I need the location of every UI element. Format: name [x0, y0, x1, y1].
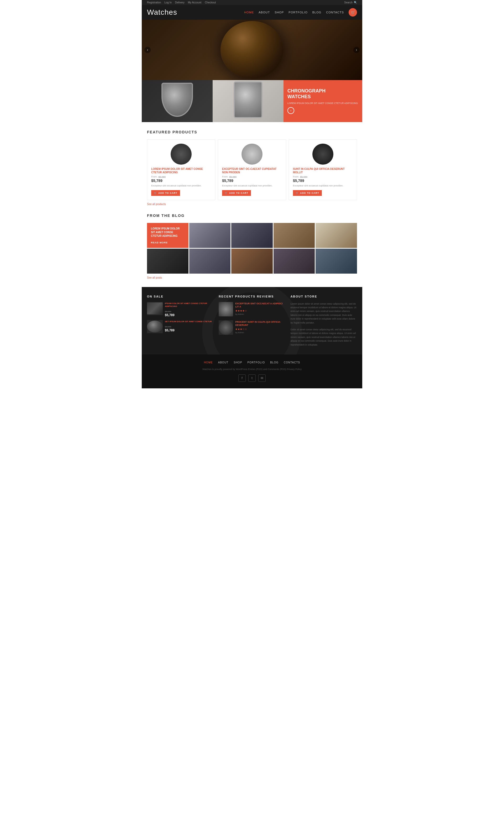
- on-sale-old-price-2: $5,989: [165, 326, 171, 328]
- blog-read-more-link[interactable]: READ MORE: [151, 241, 185, 244]
- blog-image-6: [189, 249, 231, 273]
- promo-watch-2: [234, 81, 262, 118]
- search-label: Search: [344, 1, 353, 4]
- add-to-cart-button-3[interactable]: 🛒 ADD TO CART: [293, 190, 322, 196]
- on-sale-box-2: [147, 321, 163, 332]
- on-sale-item-2: SET IPSUM DOLOR SIT AMET CONSE CTETUR $5…: [147, 320, 213, 333]
- product-from-label-3: From:: [293, 176, 299, 178]
- on-sale-box-1: [147, 303, 163, 314]
- product-desc-1: Excepteur sint occaecat cupidatat non pr…: [151, 184, 211, 187]
- nav-about[interactable]: ABOUT: [258, 11, 270, 14]
- see-all-posts-link[interactable]: See all posts: [147, 276, 357, 279]
- nav-home[interactable]: HOME: [244, 11, 254, 14]
- main-nav: HOME ABOUT SHOP PORTFOLIO BLOG CONTACTS …: [244, 8, 357, 17]
- nav-portfolio[interactable]: PORTFOLIO: [289, 11, 308, 14]
- product-watch-1: [171, 144, 192, 165]
- add-to-cart-label-3: ADD TO CART: [300, 192, 319, 194]
- product-image-2: [222, 144, 282, 165]
- product-price-old-3: $5,989: [300, 176, 308, 178]
- see-all-products-link[interactable]: See all products: [147, 203, 357, 206]
- cart-icon-1: 🛒: [154, 192, 157, 194]
- review-image-2: [219, 320, 233, 335]
- add-to-cart-button-2[interactable]: 🛒 ADD TO CART: [222, 190, 251, 196]
- cart-button[interactable]: 🛒: [349, 8, 357, 17]
- on-sale-name-1: IPSUM COLOR SIT AMET CONSE CTETUR ADIPIS…: [165, 302, 213, 308]
- site-logo: Watches: [147, 8, 177, 17]
- review-name-2: PROCENT SUNT IN CULPA QUI OFFICIA DESERU…: [235, 320, 285, 327]
- footer-nav-contacts[interactable]: CONTACTS: [284, 361, 300, 364]
- social-rss-button[interactable]: ✉: [258, 374, 266, 382]
- chronograph-title: CHRONOGRAPH WATCHES: [288, 88, 358, 100]
- add-to-cart-button-1[interactable]: 🛒 ADD TO CART: [151, 190, 180, 196]
- footer-nav-about[interactable]: ABOUT: [218, 361, 228, 364]
- footer-bottom-nav: HOME ABOUT SHOP PORTFOLIO BLOG CONTACTS: [147, 361, 357, 364]
- nav-contacts[interactable]: CONTACTS: [326, 11, 344, 14]
- promo-cell-3: CHRONOGRAPH WATCHES LOREM IPSUM DOLOR SI…: [284, 80, 362, 122]
- hero-watch-visual: [220, 21, 284, 79]
- header: Watches HOME ABOUT SHOP PORTFOLIO BLOG C…: [142, 5, 362, 20]
- top-bar-delivery[interactable]: Delivery: [175, 1, 185, 4]
- top-bar-checkout[interactable]: Checkout: [205, 1, 216, 4]
- product-price-2: $5,789: [222, 179, 282, 183]
- blog-post-title: LOREM IPSUM DOLOR SIT AMET CONSE CTETUR …: [151, 227, 185, 238]
- products-grid: LOREM IPSUM DOLOR SIT AMET CONSE CTETUR …: [147, 139, 357, 200]
- footer-nav-home[interactable]: HOME: [204, 361, 213, 364]
- footer-nav-portfolio[interactable]: PORTFOLIO: [248, 361, 265, 364]
- nav-blog[interactable]: BLOG: [312, 11, 321, 14]
- footer-copyright: Watches is proudly powered by WordPress …: [147, 368, 357, 370]
- on-sale-info-2: SET IPSUM DOLOR SIT AMET CONSE CTETUR $5…: [165, 320, 213, 333]
- top-bar-login[interactable]: Log In: [164, 1, 172, 4]
- chronograph-arrow[interactable]: ›: [288, 107, 294, 114]
- blog-grid: LOREM IPSUM DOLOR SIT AMET CONSE CTETUR …: [147, 223, 357, 273]
- blog-image-5: [147, 249, 188, 273]
- promo-cell-2: [213, 80, 284, 122]
- promo-grid: CHRONOGRAPH WATCHES LOREM IPSUM DOLOR SI…: [142, 80, 362, 122]
- footer-nav-blog[interactable]: BLOG: [270, 361, 278, 364]
- footer-bottom: HOME ABOUT SHOP PORTFOLIO BLOG CONTACTS …: [142, 354, 362, 388]
- product-card-1: LOREM IPSUM DOLOR SIT AMET CONSE CTETUR …: [147, 139, 215, 200]
- footer-nav-shop[interactable]: SHOP: [234, 361, 242, 364]
- hero-image: [142, 20, 362, 80]
- review-watch-1: [219, 302, 233, 317]
- cart-icon-3: 🛒: [296, 192, 299, 194]
- social-links: f t ✉: [147, 374, 357, 382]
- hero-next-button[interactable]: ›: [353, 47, 360, 53]
- on-sale-price-1: $5,789: [165, 313, 213, 317]
- review-watch-2: [219, 320, 233, 335]
- product-image-3: [293, 144, 353, 165]
- blog-featured-post: LOREM IPSUM DOLOR SIT AMET CONSE CTETUR …: [147, 223, 188, 248]
- nav-shop[interactable]: SHOP: [275, 11, 284, 14]
- cart-icon-2: 🛒: [225, 192, 228, 194]
- on-sale-image-2: [147, 320, 163, 333]
- review-by-2: by Admin: [235, 331, 285, 334]
- top-bar-myaccount[interactable]: My Account: [188, 1, 202, 4]
- search-icon[interactable]: 🔍: [354, 1, 357, 4]
- featured-products-section: FEATURED PRODUCTS LOREM IPSUM DOLOR SIT …: [142, 122, 362, 213]
- about-text-2: Dolor sit amet conse ctetur adipiscing e…: [291, 328, 357, 347]
- footer-top: ON SALE IPSUM COLOR SIT AMET CONSE CTETU…: [142, 287, 362, 354]
- top-bar: Registration Log In Delivery My Account …: [142, 0, 362, 5]
- featured-products-title: FEATURED PRODUCTS: [147, 130, 357, 134]
- blog-image-9: [316, 249, 357, 273]
- social-twitter-button[interactable]: t: [248, 374, 256, 382]
- about-text-1: Lorem ipsum dolor sit amet conse ctetur …: [291, 302, 357, 325]
- product-price-old-1: $5,989: [159, 176, 166, 178]
- product-watch-2: [241, 144, 262, 165]
- social-facebook-button[interactable]: f: [238, 374, 246, 382]
- promo-watch-1: [162, 83, 193, 117]
- product-price-3: $5,789: [293, 179, 353, 183]
- top-bar-registration[interactable]: Registration: [147, 1, 161, 4]
- review-info-2: PROCENT SUNT IN CULPA QUI OFFICIA DESERU…: [235, 320, 285, 335]
- review-by-1: by Admin: [235, 313, 285, 315]
- on-sale-item-1: IPSUM COLOR SIT AMET CONSE CTETUR ADIPIS…: [147, 302, 213, 317]
- review-item-1: EXCEPTEUR SINT OCCAECAT A ADIPISCI LIT A…: [219, 302, 285, 317]
- blog-image-8: [274, 249, 315, 273]
- review-stars-2: ★★★☆☆: [235, 328, 285, 331]
- blog-image-4: [316, 223, 357, 248]
- blog-image-1: [189, 223, 231, 248]
- product-price-old-2: $5,989: [229, 176, 237, 178]
- add-to-cart-label-2: ADD TO CART: [229, 192, 248, 194]
- product-from-label-1: From:: [151, 176, 158, 178]
- blog-section-title: FROM THE BLOG: [147, 213, 357, 218]
- hero-prev-button[interactable]: ‹: [144, 47, 151, 53]
